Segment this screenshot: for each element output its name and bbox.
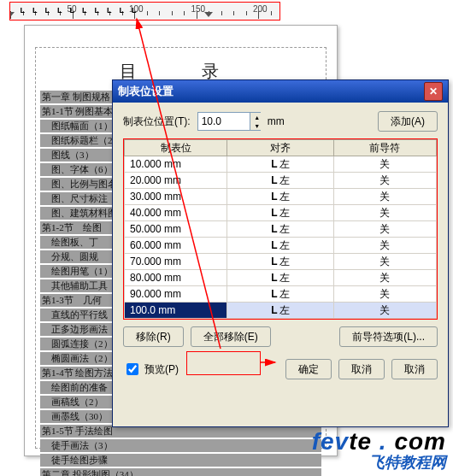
cell-align[interactable]: L左 (227, 238, 333, 254)
ruler-tab-marker[interactable]: L (57, 6, 62, 15)
leader-options-button[interactable]: 前导符选项(L)... (339, 326, 438, 347)
align-left-icon: L (271, 207, 278, 219)
dialog-title: 制表位设置 (118, 80, 174, 103)
align-left-icon: L (271, 272, 278, 284)
ruler-number: 200 (253, 4, 268, 14)
table-row[interactable]: 30.000 mmL左关 (125, 189, 437, 205)
ruler-tab-marker[interactable]: L (32, 6, 38, 15)
cell-align[interactable]: L左 (227, 189, 333, 205)
brand-dot: . (372, 428, 394, 455)
cell-align[interactable]: L左 (227, 303, 333, 319)
indent-marker[interactable] (204, 12, 213, 17)
preview-checkbox-label[interactable]: 预览(P) (123, 361, 179, 378)
align-left-icon: L (271, 174, 278, 186)
brand-fev: fev (312, 428, 349, 455)
indent-marker[interactable] (10, 12, 15, 17)
table-row[interactable]: 40.000 mmL左关 (125, 205, 437, 221)
align-left-icon: L (271, 288, 278, 300)
cell-position[interactable]: 30.000 mm (125, 189, 227, 205)
cell-align[interactable]: L左 (227, 221, 333, 238)
cell-position[interactable]: 50.000 mm (125, 221, 227, 238)
dialog-titlebar[interactable]: 制表位设置 ✕ (113, 80, 448, 103)
close-button[interactable]: ✕ (424, 82, 443, 101)
cell-position[interactable]: 100.0 mm (125, 303, 227, 319)
cell-leader[interactable]: 关 (333, 173, 436, 189)
add-button[interactable]: 添加(A) (378, 111, 438, 132)
cancel-button-2[interactable]: 取消 (391, 359, 438, 379)
remove-all-button[interactable]: 全部移除(E) (191, 326, 271, 347)
tab-position-label: 制表位位置(T): (123, 115, 191, 129)
align-left-icon: L (271, 191, 278, 203)
cell-leader[interactable]: 关 (333, 270, 436, 286)
cell-leader[interactable]: 关 (333, 286, 436, 303)
cancel-button[interactable]: 取消 (338, 359, 385, 379)
ruler-tab-marker[interactable]: L (120, 6, 125, 15)
cell-position[interactable]: 80.000 mm (125, 270, 227, 286)
spin-down-button[interactable]: ▼ (250, 121, 264, 130)
brand-com: com (394, 428, 446, 455)
table-row[interactable]: 80.000 mmL左关 (125, 270, 437, 286)
ruler-tab-marker[interactable]: L (21, 6, 26, 15)
table-row[interactable]: 70.000 mmL左关 (125, 254, 437, 270)
table-row[interactable]: 20.000 mmL左关 (125, 173, 437, 189)
cell-position[interactable]: 70.000 mm (125, 254, 227, 270)
tab-stops-table-wrap: 制表位 对齐 前导符 10.000 mmL左关20.000 mmL左关30.00… (123, 138, 438, 320)
ruler-tab-marker[interactable]: L (107, 6, 112, 15)
cell-position[interactable]: 20.000 mm (125, 173, 227, 189)
toc-line: 徒手绘图步骤 (40, 454, 321, 467)
cell-leader[interactable]: 关 (333, 221, 436, 238)
toc-line: 徒手画法（3） (40, 439, 321, 452)
table-row[interactable]: 60.000 mmL左关 (125, 238, 437, 254)
cell-leader[interactable]: 关 (333, 156, 436, 173)
cell-align[interactable]: L左 (227, 286, 333, 303)
cell-align[interactable]: L左 (227, 254, 333, 270)
ruler-number: 150 (191, 4, 206, 14)
cell-position[interactable]: 90.000 mm (125, 286, 227, 303)
cell-align[interactable]: L左 (227, 270, 333, 286)
table-row[interactable]: 90.000 mmL左关 (125, 286, 437, 303)
col-header-position[interactable]: 制表位 (125, 140, 227, 156)
align-left-icon: L (271, 223, 278, 235)
cell-position[interactable]: 60.000 mm (125, 238, 227, 254)
col-header-align[interactable]: 对齐 (227, 140, 333, 156)
cell-leader[interactable]: 关 (333, 205, 436, 221)
ruler-tab-marker[interactable]: L (82, 6, 87, 15)
ruler-tab-marker[interactable]: L (132, 6, 137, 15)
unit-label: mm (268, 115, 285, 127)
preview-checkbox[interactable] (126, 363, 138, 375)
align-left-icon: L (271, 239, 278, 251)
cell-leader[interactable]: 关 (333, 254, 436, 270)
table-row[interactable]: 50.000 mmL左关 (125, 221, 437, 238)
align-left-icon: L (271, 304, 278, 316)
close-icon: ✕ (429, 80, 438, 103)
table-row[interactable]: 10.000 mmL左关 (125, 156, 437, 173)
remove-button[interactable]: 移除(R) (123, 326, 184, 347)
ok-button[interactable]: 确定 (285, 359, 332, 379)
cell-leader[interactable]: 关 (333, 238, 436, 254)
cell-align[interactable]: L左 (227, 205, 333, 221)
cell-position[interactable]: 40.000 mm (125, 205, 227, 221)
align-left-icon: L (271, 158, 278, 170)
cell-align[interactable]: L左 (227, 156, 333, 173)
tab-position-input[interactable] (198, 114, 250, 129)
cell-position[interactable]: 10.000 mm (125, 156, 227, 173)
horizontal-ruler[interactable]: 50100150200LLLLLLLLLL (9, 2, 280, 21)
cell-leader[interactable]: 关 (333, 303, 436, 319)
tab-position-spinner[interactable]: ▲ ▼ (197, 112, 261, 131)
tab-stops-table[interactable]: 制表位 对齐 前导符 10.000 mmL左关20.000 mmL左关30.00… (124, 139, 437, 319)
ruler-tab-marker[interactable]: L (95, 6, 100, 15)
col-header-leader[interactable]: 前导符 (333, 140, 436, 156)
ruler-tab-marker[interactable]: L (70, 6, 75, 15)
tab-stops-dialog: 制表位设置 ✕ 制表位位置(T): ▲ ▼ mm 添加(A) (112, 79, 449, 427)
align-left-icon: L (271, 256, 278, 267)
preview-label-text: 预览(P) (144, 362, 179, 377)
spin-up-button[interactable]: ▲ (250, 113, 264, 121)
table-row[interactable]: 100.0 mmL左关 (125, 303, 437, 319)
ruler-tab-marker[interactable]: L (45, 6, 50, 15)
brand-te: te (349, 428, 372, 455)
cell-leader[interactable]: 关 (333, 189, 436, 205)
toc-line: 第二章 投影制图（34） (40, 468, 321, 476)
cell-align[interactable]: L左 (227, 173, 333, 189)
watermark-brand: fevte . com 飞特教程网 (312, 428, 446, 473)
